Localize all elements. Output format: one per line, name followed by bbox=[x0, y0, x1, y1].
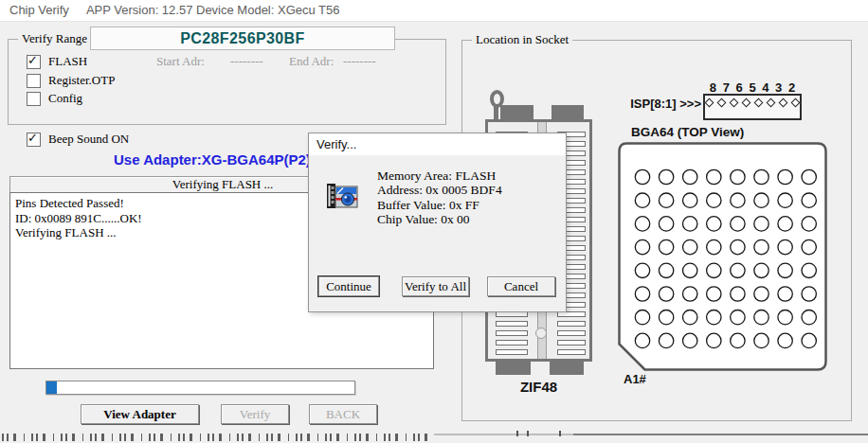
background-window-edge bbox=[434, 434, 868, 435]
bga-ball bbox=[754, 239, 769, 254]
bga-ball bbox=[731, 239, 745, 254]
bga-ball bbox=[683, 239, 697, 254]
verify-dialog-titlebar[interactable]: Verify... bbox=[309, 133, 566, 155]
progress-bar bbox=[45, 381, 355, 395]
cancel-button[interactable]: Cancel bbox=[487, 276, 555, 296]
window-titlebar: Chip VerifyAPP Version: 12.57 Device Mod… bbox=[0, 0, 868, 22]
bga-ball bbox=[778, 193, 792, 207]
bga64-package-diagram bbox=[618, 142, 827, 371]
bga-ball bbox=[659, 287, 673, 301]
continue-button[interactable]: Continue bbox=[318, 276, 379, 296]
bga-ball bbox=[731, 193, 745, 207]
bga-ball bbox=[683, 193, 697, 207]
verify-dialog-title: Verify... bbox=[316, 137, 356, 151]
bga-ball bbox=[754, 263, 769, 277]
bga-ball bbox=[778, 263, 792, 277]
bga-ball bbox=[802, 217, 816, 231]
chip-name-banner: PC28F256P30BF bbox=[90, 27, 395, 50]
beep-checkbox-row: Beep Sound ON bbox=[27, 132, 129, 147]
isp-pin-diamond-icon bbox=[779, 98, 788, 108]
bga-ball bbox=[635, 287, 649, 301]
bga-ball bbox=[635, 169, 649, 184]
flash-checkbox-label: FLASH bbox=[48, 54, 87, 69]
bga-ball bbox=[802, 310, 816, 325]
config-checkbox[interactable] bbox=[27, 92, 41, 106]
verify-to-all-button[interactable]: Verify to All bbox=[402, 276, 469, 296]
bga-ball bbox=[707, 193, 721, 207]
bga-ball bbox=[659, 193, 673, 207]
strip-mark bbox=[516, 431, 518, 436]
chip-programmer-icon bbox=[326, 180, 358, 212]
bga-ball bbox=[754, 287, 769, 301]
zif-pin-slot bbox=[496, 321, 528, 327]
bga-ball bbox=[683, 263, 697, 277]
zif-pin-slot bbox=[557, 321, 586, 327]
isp-pin-diamond-icon bbox=[730, 98, 739, 108]
register-otp-checkbox-row: Register.OTP bbox=[27, 73, 115, 88]
chip-verify-window: Chip VerifyAPP Version: 12.57 Device Mod… bbox=[0, 0, 868, 443]
bga-ball bbox=[731, 310, 745, 325]
bga-ball bbox=[683, 169, 697, 184]
zif-pin-slot bbox=[496, 349, 528, 355]
beep-checkbox[interactable] bbox=[27, 133, 41, 147]
bga-ball bbox=[707, 333, 721, 347]
isp-pin-diamond-icon bbox=[717, 98, 727, 108]
register-otp-checkbox-label: Register.OTP bbox=[48, 73, 115, 88]
verify-button[interactable]: Verify bbox=[221, 404, 289, 424]
bga-ball bbox=[731, 287, 745, 301]
bga-ball bbox=[754, 217, 769, 231]
start-adr-value: -------- bbox=[230, 54, 263, 69]
beep-checkbox-label: Beep Sound ON bbox=[48, 132, 129, 147]
bga-ball bbox=[802, 193, 816, 207]
bga-ball bbox=[659, 263, 673, 277]
bga-ball bbox=[731, 263, 745, 277]
bga-ball bbox=[802, 263, 816, 277]
flash-checkbox[interactable] bbox=[27, 55, 41, 69]
bga-ball bbox=[731, 169, 745, 184]
flash-checkbox-row: FLASH bbox=[27, 54, 87, 69]
bga-ball bbox=[731, 333, 745, 347]
bga-ball bbox=[754, 310, 769, 325]
address-line: Address: 0x 0005 BDF4 bbox=[377, 183, 502, 197]
bga-ball bbox=[635, 263, 649, 277]
bga-ball bbox=[754, 169, 769, 184]
view-adapter-button[interactable]: View Adapter bbox=[81, 404, 199, 424]
bga-ball bbox=[659, 217, 673, 231]
verify-dialog: Verify... Memory Area: FLASH Address: 0x… bbox=[308, 133, 567, 312]
zif-top-tab bbox=[500, 105, 533, 120]
app-version-info: APP Version: 12.57 Device Model: XGecu T… bbox=[86, 3, 340, 17]
back-button[interactable]: BACK bbox=[309, 404, 377, 424]
zif-lever-stem bbox=[494, 106, 498, 120]
memory-area-line: Memory Area: FLASH bbox=[377, 168, 502, 183]
config-checkbox-label: Config bbox=[48, 91, 82, 106]
end-adr-label: End Adr: bbox=[289, 54, 334, 69]
isp-pin-diamond-icon bbox=[742, 98, 751, 108]
bga-ball bbox=[659, 239, 673, 254]
chip-value-line: Chip Value: 0x 00 bbox=[377, 212, 502, 226]
config-checkbox-row: Config bbox=[27, 91, 82, 106]
start-adr-label: Start Adr: bbox=[156, 54, 205, 69]
zif48-label: ZIF48 bbox=[485, 379, 592, 395]
zif-bottom-tab bbox=[496, 362, 531, 375]
isp-pin-diamond-icon bbox=[767, 98, 776, 108]
end-adr-value: -------- bbox=[343, 54, 376, 69]
bga-ball bbox=[778, 310, 792, 325]
bga-ball bbox=[635, 333, 649, 347]
register-otp-checkbox[interactable] bbox=[27, 74, 41, 88]
bga-ball bbox=[683, 310, 697, 325]
bga-ball bbox=[635, 239, 649, 254]
bga-ball bbox=[778, 169, 792, 184]
bga-ball bbox=[659, 333, 673, 347]
buffer-value-line: Buffer Value: 0x FF bbox=[377, 198, 502, 212]
bga-ball bbox=[754, 193, 769, 207]
isp-pin-diamond-icon bbox=[754, 98, 764, 108]
bga-ball bbox=[635, 217, 649, 231]
bga-ball bbox=[659, 310, 673, 325]
bga-ball bbox=[778, 217, 792, 231]
bga-ball bbox=[659, 169, 673, 184]
bga-ball bbox=[802, 287, 816, 301]
bga-ball bbox=[778, 239, 792, 254]
bga-ball bbox=[802, 169, 816, 184]
clipped-background-window-strip bbox=[0, 431, 868, 443]
zif-pin-slot bbox=[557, 349, 586, 355]
